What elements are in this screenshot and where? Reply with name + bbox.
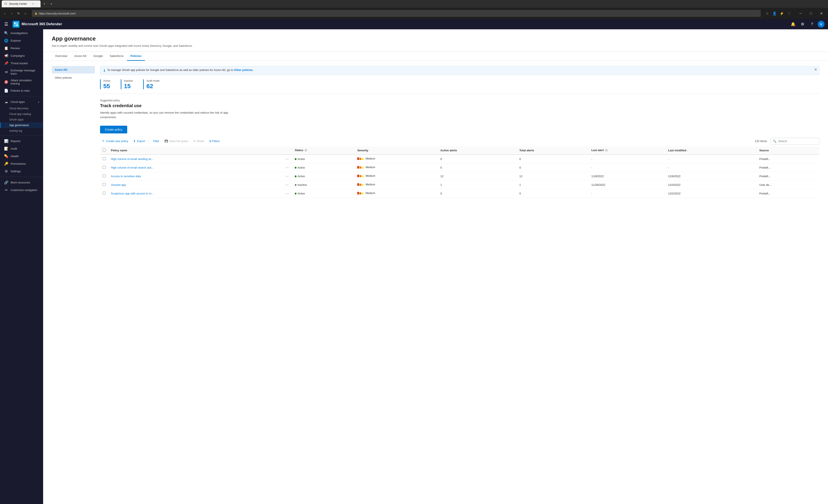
sidebar-item-campaigns[interactable]: 📢 Campaigns <box>0 52 43 59</box>
other-policies-link[interactable]: Other policies <box>234 68 253 72</box>
profile-btn[interactable]: 👤 <box>772 10 778 16</box>
sidebar-item-settings[interactable]: ⚙ Settings <box>0 168 43 175</box>
explorer-icon: 🌐 <box>4 39 8 43</box>
row-context-menu-2[interactable]: ⋯ <box>284 174 290 178</box>
row-checkbox-0[interactable] <box>102 157 106 160</box>
tab-close-btn[interactable]: ✕ <box>30 1 36 7</box>
top-nav-actions: 🔔 ⚙ ? U <box>789 20 825 28</box>
create-policy-btn[interactable]: Create policy <box>100 126 127 133</box>
sidebar-item-review[interactable]: 📋 Review <box>0 44 43 52</box>
table-row: Access to sensitive data ⋯ Active Medium… <box>100 172 819 180</box>
home-btn[interactable]: ⌂ <box>23 10 29 16</box>
row-context-menu-0[interactable]: ⋯ <box>284 157 290 161</box>
notifications-btn[interactable]: 🔔 <box>789 20 797 28</box>
row-menu-2[interactable]: ⋯ <box>282 172 292 180</box>
row-menu-4[interactable]: ⋯ <box>282 189 292 198</box>
back-btn[interactable]: ‹ <box>2 10 8 16</box>
row-total-alerts-4: 0 <box>516 189 589 198</box>
tab-overview[interactable]: Overview <box>52 52 71 61</box>
filters-btn[interactable]: ⧉ Filters <box>207 138 222 144</box>
minimize-window-btn[interactable]: ─ <box>796 10 805 17</box>
reports-icon: 📊 <box>4 139 8 143</box>
row-context-menu-1[interactable]: ⋯ <box>284 165 290 170</box>
active-tab[interactable]: 🛡 Security Center ✕ <box>2 0 41 7</box>
header-last-modified[interactable]: Last modified ↓ <box>665 146 757 155</box>
row-checkbox-1[interactable] <box>102 166 106 169</box>
row-menu-3[interactable]: ⋯ <box>282 180 292 189</box>
tab-dropdown-btn[interactable]: ▾ <box>48 1 54 7</box>
sidebar-item-investigations[interactable]: 🔍 Investigations <box>0 29 43 37</box>
items-count: 132 items <box>755 139 767 143</box>
row-menu-0[interactable]: ⋯ <box>282 155 292 163</box>
row-context-menu-3[interactable]: ⋯ <box>284 182 290 187</box>
sidebar-subitem-activity-log[interactable]: Activity log <box>0 128 43 134</box>
row-policy-name-1[interactable]: High volume of email search acti... <box>108 163 282 172</box>
tab-google[interactable]: Google <box>90 52 106 61</box>
stat-inactive-value: 15 <box>124 83 133 89</box>
sidebar-subitem-cloud-app-catalog[interactable]: Cloud app catalog <box>0 111 43 117</box>
new-tab-btn[interactable]: + <box>41 1 47 7</box>
row-last-alert-4: - <box>589 189 665 198</box>
save-query-btn[interactable]: 💾 Save the query <box>162 138 190 144</box>
sidebar-item-attack-sim[interactable]: 🎯 Attack simulation training <box>0 77 43 87</box>
sidebar-item-health[interactable]: 💊 Health <box>0 153 43 160</box>
sidebar-item-policies[interactable]: 📄 Policies & rules <box>0 87 43 94</box>
tab-azure-ad[interactable]: Azure AD <box>71 52 90 61</box>
maximize-window-btn[interactable]: □ <box>806 10 816 17</box>
header-policy-name: Policy name <box>108 146 282 155</box>
refresh-btn[interactable]: ↻ <box>15 10 22 16</box>
sidebar-subitem-app-governance[interactable]: App governance <box>0 122 43 128</box>
filter-label-btn[interactable]: Filter <box>151 138 162 144</box>
export-btn[interactable]: ⬇ Export <box>131 138 147 144</box>
row-policy-name-0[interactable]: High volume of email sending ac... <box>108 155 282 163</box>
tab-policies[interactable]: Policies <box>127 52 145 61</box>
status-badge-2: Active <box>295 175 305 178</box>
sidebar-item-cloud-apps[interactable]: ☁ Cloud apps ▲ <box>0 98 43 106</box>
sidebar-item-exchange-msg[interactable]: ✉ Exchange message trace <box>0 67 43 77</box>
browser-menu-btn[interactable]: ⋮ <box>786 10 792 16</box>
create-new-policy-btn[interactable]: ✎ Create new policy <box>100 138 130 144</box>
left-panel-azure-ad[interactable]: Azure AD <box>52 66 95 74</box>
bookmark-btn[interactable]: ☆ <box>764 10 770 16</box>
close-window-btn[interactable]: ✕ <box>816 10 826 17</box>
sidebar-item-audit[interactable]: 📝 Audit <box>0 145 43 153</box>
row-menu-1[interactable]: ⋯ <box>282 163 292 172</box>
sidebar-item-customize-nav[interactable]: ✏ Customize navigation <box>0 186 43 194</box>
settings-btn[interactable]: ⚙ <box>799 20 806 28</box>
severity-bar-medium-3 <box>360 184 361 186</box>
sidebar-subitem-oauth-apps[interactable]: OAuth apps <box>0 117 43 122</box>
tab-salesforce[interactable]: Salesforce <box>106 52 127 61</box>
row-checkbox-3[interactable] <box>102 183 106 186</box>
left-panel-other-policies[interactable]: Other policies <box>52 74 95 82</box>
help-btn[interactable]: ? <box>808 20 816 28</box>
row-total-alerts-2: 12 <box>516 172 589 180</box>
sidebar-subitem-cloud-discovery[interactable]: Cloud discovery <box>0 106 43 111</box>
sidebar-item-more-resources[interactable]: 🔗 More resources <box>0 179 43 186</box>
forward-btn[interactable]: › <box>9 10 15 16</box>
row-policy-name-2[interactable]: Access to sensitive data <box>108 172 282 180</box>
sidebar-item-reports[interactable]: 📊 Reports <box>0 137 43 145</box>
stat-audit-label: Audit mode <box>147 79 160 82</box>
customize-nav-icon: ✏ <box>4 188 8 192</box>
row-checkbox-2[interactable] <box>102 174 106 177</box>
search-box[interactable]: 🔍 <box>771 138 819 144</box>
info-banner-close-btn[interactable]: ✕ <box>814 68 817 71</box>
search-input[interactable] <box>778 139 817 143</box>
row-context-menu-4[interactable]: ⋯ <box>284 191 290 196</box>
sidebar-item-explorer[interactable]: 🌐 Explorer <box>0 37 43 44</box>
select-all-checkbox[interactable] <box>102 149 106 152</box>
row-checkbox-4[interactable] <box>102 192 106 195</box>
sidebar-item-threat-tracker[interactable]: 📌 Threat tracker <box>0 59 43 67</box>
row-policy-name-4[interactable]: Suspicious app with access to m... <box>108 189 282 198</box>
extensions-btn[interactable]: ⚡ <box>779 10 785 16</box>
address-bar[interactable]: 🔒 https://security.microsoft.com/ <box>32 10 761 17</box>
policies-table: Policy name Status ⓘ Severity Active ale… <box>100 146 819 198</box>
sidebar-label-exchange: Exchange message trace <box>10 69 40 75</box>
sidebar-item-permissions[interactable]: 🔑 Permissions <box>0 160 43 168</box>
row-last-modified-1: - <box>665 163 757 172</box>
reset-btn[interactable]: ↺ Reset <box>191 138 206 144</box>
hamburger-btn[interactable]: ☰ <box>3 21 9 28</box>
svg-rect-0 <box>14 22 16 24</box>
user-avatar[interactable]: U <box>818 21 825 28</box>
row-policy-name-3[interactable]: Unused app <box>108 180 282 189</box>
